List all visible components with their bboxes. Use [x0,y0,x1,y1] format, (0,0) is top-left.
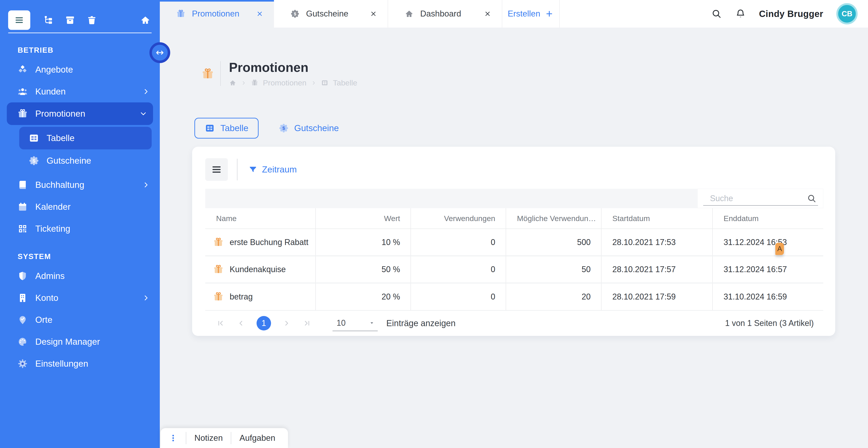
dock-item-notizen[interactable]: Notizen [194,433,223,443]
sidebar-item-label: Ticketing [35,224,70,234]
cell-enddatum: 31.12.2024 16:53A [712,229,823,256]
dock-item-aufgaben[interactable]: Aufgaben [239,433,275,443]
column-header-wert[interactable]: Wert [315,208,411,229]
view-tab-label: Gutscheine [294,123,339,133]
sidebar-item-gutscheine[interactable]: Gutscheine [0,150,160,172]
search-strip [205,189,823,208]
column-header-verwendungen[interactable]: Verwendungen [411,208,506,229]
tab-label: Erstellen [508,9,540,19]
sidebar-item-angebote[interactable]: Angebote [0,59,160,81]
archive-button[interactable] [65,15,75,26]
gift-icon [17,108,28,119]
table-menu-button[interactable] [205,158,228,181]
entries-label: Einträge anzeigen [386,318,456,328]
page-size-value: 10 [337,318,346,328]
table-row[interactable]: erste Buchung Rabatt 10 % 0 500 28.10.20… [205,229,823,256]
close-tab-button[interactable] [256,10,264,18]
column-header-startdatum[interactable]: Startdatum [601,208,712,229]
sidebar-header [0,0,160,30]
sidebar-item-kalender[interactable]: Kalender [0,196,160,218]
close-tab-button[interactable] [370,10,377,18]
view-tab-gutscheine[interactable]: Gutscheine [278,118,339,138]
breadcrumb-item[interactable]: Promotionen [263,78,307,87]
cell-startdatum: 28.10.2021 17:59 [601,283,712,310]
users-icon [17,86,28,97]
sidebar-collapse-toggle[interactable] [149,42,170,63]
sidebar-submenu-promotionen: Tabelle Gutscheine [0,127,160,172]
breadcrumb-item[interactable]: Tabelle [333,78,358,87]
zeitraum-filter-button[interactable]: Zeitraum [248,165,297,174]
sidebar-item-kunden[interactable]: Kunden [0,81,160,102]
cell-moegliche-verwendungen: 500 [506,229,601,256]
table-row[interactable]: betrag 20 % 0 20 28.10.2021 17:59 31.10.… [205,283,823,310]
tab-dashboard[interactable]: Dashboard [388,0,502,28]
tab-label: Gutscheine [306,9,348,19]
view-tab-label: Tabelle [220,123,248,133]
sidebar-item-label: Gutscheine [46,156,91,166]
sidebar-item-label: Kalender [35,202,70,212]
notifications-button[interactable] [735,8,746,19]
sidebar-item-label: Orte [35,315,53,325]
gift-icon [213,264,224,275]
cell-enddatum: 31.12.2024 16:57 [712,256,823,283]
page-title: Promotionen [229,60,358,75]
hamburger-icon [211,163,223,175]
dock-menu-button[interactable] [168,434,178,443]
gift-icon [201,67,214,81]
previous-page-button[interactable] [237,319,245,327]
table-footer: 1 10 Einträge anzeigen 1 von 1 Seiten (3… [205,310,823,336]
first-page-button[interactable] [217,319,225,327]
sidebar-item-label: Kunden [35,87,66,97]
caret-down-icon [369,320,375,326]
column-header-name[interactable]: Name [205,208,315,229]
dock-divider [231,432,231,444]
user-name: Cindy Brugger [759,9,823,19]
sidebar-item-ticketing[interactable]: Ticketing [0,218,160,239]
sidebar-item-admins[interactable]: Admins [0,265,160,287]
view-tab-tabelle[interactable]: Tabelle [194,118,258,138]
bell-icon [735,8,746,19]
tab-gutscheine[interactable]: Gutscheine [274,0,388,28]
last-page-button[interactable] [302,319,311,327]
sidebar-item-promotionen[interactable]: Promotionen [7,102,153,125]
global-search-button[interactable] [711,8,722,19]
sidebar-item-einstellungen[interactable]: Einstellungen [0,353,160,375]
column-header-moegliche-verwendungen[interactable]: Mögliche Verwendun… [506,208,601,229]
topbar: Promotionen Gutscheine Dashboard Erstell… [160,0,868,28]
close-tab-button[interactable] [484,10,491,18]
breadcrumb: Promotionen Tabelle [229,78,358,87]
trash-button[interactable] [86,15,97,26]
home-button[interactable] [140,15,151,26]
pagination-summary: 1 von 1 Seiten (3 Artikel) [725,318,814,328]
pagination: 1 [217,316,311,330]
tab-promotionen[interactable]: Promotionen [160,0,274,28]
table-row[interactable]: Kundenakquise 50 % 0 50 28.10.2021 17:57… [205,256,823,283]
sidebar-item-buchhaltung[interactable]: Buchhaltung [0,174,160,196]
tab-erstellen[interactable]: Erstellen [502,0,560,28]
sidebar-item-label: Admins [35,271,65,281]
cell-verwendungen: 0 [411,283,506,310]
sidebar-item-orte[interactable]: Orte [0,309,160,331]
sidebar-item-label: Einstellungen [35,359,88,369]
current-page-button[interactable]: 1 [256,316,271,330]
last-page-icon [302,319,311,327]
sidebar-item-konto[interactable]: Konto [0,287,160,309]
search-icon [711,8,722,19]
search-icon[interactable] [807,193,817,203]
sidebar-item-tabelle[interactable]: Tabelle [19,127,152,150]
table-header-row: Name Wert Verwendungen Mögliche Verwendu… [205,208,823,229]
sidebar-item-design-manager[interactable]: Design Manager [0,331,160,353]
avatar[interactable]: CB [836,3,858,24]
page-size-select[interactable]: 10 [333,315,378,331]
tree-view-button[interactable] [43,15,54,26]
next-page-button[interactable] [282,319,291,327]
shield-icon [17,270,28,281]
column-header-enddatum[interactable]: Enddatum [712,208,823,229]
cubes-icon [17,64,28,75]
search-input[interactable] [710,194,807,203]
voucher-icon [278,123,289,133]
home-icon[interactable] [229,79,237,87]
cell-enddatum: 31.10.2024 16:59 [712,283,823,310]
sidebar-menu-button[interactable] [8,10,30,30]
presence-cursor-badge: A [775,243,784,255]
